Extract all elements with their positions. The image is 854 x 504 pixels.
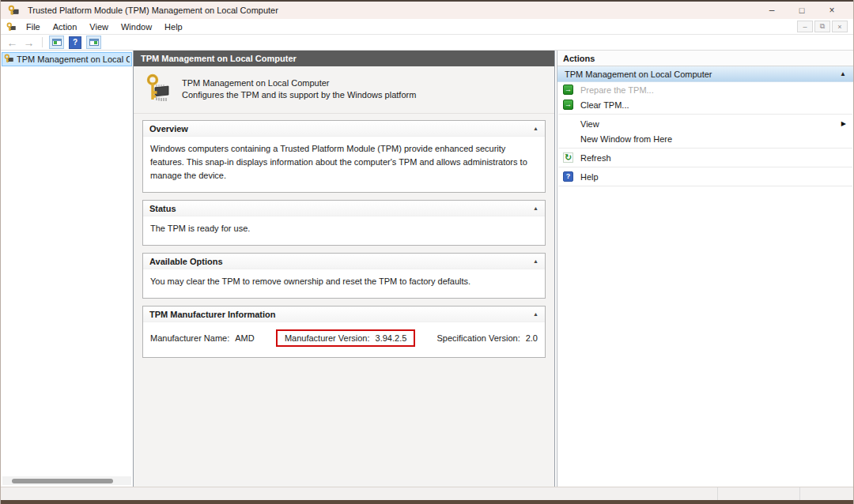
field-value: 3.94.2.5 [376,333,407,343]
section-available-options-body: You may clear the TPM to remove ownershi… [143,269,545,298]
show-action-pane-button[interactable] [86,36,101,49]
section-status-body: The TPM is ready for use. [143,216,545,245]
window-title: Trusted Platform Module (TPM) Management… [28,6,278,15]
action-help[interactable]: ? Help [557,169,853,184]
action-view[interactable]: View ▶ [557,116,853,131]
section-title: TPM Manufacturer Information [149,310,276,319]
child-minimize-icon[interactable]: – [797,21,813,32]
section-available-options-header[interactable]: Available Options ▲ [143,254,545,269]
field-label: Manufacturer Version: [285,333,370,343]
section-overview-body: Windows computers containing a Trusted P… [143,137,545,192]
section-overview-header[interactable]: Overview ▲ [143,121,545,137]
intro-text: TPM Management on Local Computer Configu… [182,77,416,102]
actions-divider [558,186,852,186]
action-clear-tpm[interactable]: → Clear TPM... [557,97,853,112]
collapse-icon[interactable]: ▲ [533,126,538,131]
field-specification-version: Specification Version: 2.0 [437,333,538,343]
tree-key-icon [4,54,13,65]
title-bar: Trusted Platform Module (TPM) Management… [1,2,853,19]
intro-title: TPM Management on Local Computer [182,77,416,89]
actions-pane: Actions TPM Management on Local Computer… [557,51,853,487]
action-label: Prepare the TPM... [580,85,654,95]
action-label: View [580,119,599,129]
status-segment [799,487,853,500]
actions-pane-title: Actions [557,51,853,66]
section-manufacturer-info-header[interactable]: TPM Manufacturer Information ▲ [143,307,545,322]
section-status-header[interactable]: Status ▲ [143,201,545,216]
field-value: 2.0 [526,333,538,343]
action-label: Refresh [580,153,611,163]
console-tree-icon [52,39,62,46]
actions-divider [558,148,852,149]
window-bottom-edge [1,500,853,504]
console-tree-pane: TPM Management on Local Compu [1,51,134,487]
collapse-icon[interactable]: ▲ [533,311,538,317]
menu-window[interactable]: Window [115,21,158,33]
green-arrow-icon: → [563,85,573,95]
menu-help[interactable]: Help [158,21,189,33]
child-close-icon[interactable]: × [832,21,848,32]
tpm-key-icon [7,5,20,16]
menu-file[interactable]: File [20,21,47,33]
section-title: Overview [149,124,188,134]
section-overview: Overview ▲ Windows computers containing … [142,120,546,193]
submenu-arrow-icon: ▶ [841,120,846,127]
collapse-icon[interactable]: ▲ [533,205,538,211]
action-pane-icon [89,39,99,46]
forward-icon[interactable]: → [21,36,36,49]
actions-group-header[interactable]: TPM Management on Local Computer ▲ [557,66,853,82]
field-label: Manufacturer Name: [150,333,229,343]
collapse-icon[interactable]: ▲ [840,70,846,77]
action-label: New Window from Here [580,134,672,144]
status-segment [717,487,799,500]
sections-container: Overview ▲ Windows computers containing … [134,114,554,371]
field-manufacturer-name: Manufacturer Name: AMD [150,333,255,343]
green-arrow-icon: → [563,100,573,110]
toolbar-help-icon[interactable]: ? [69,36,81,49]
action-label: Help [580,172,599,182]
actions-divider [558,114,852,115]
tree-item-tpm-management[interactable]: TPM Management on Local Compu [2,52,132,66]
status-segment [1,487,717,500]
section-title: Status [149,204,176,213]
child-window-controls: – ⧉ × [797,21,849,32]
window-controls: – □ × [757,2,847,19]
menu-bar: File Action View Window Help – ⧉ × [1,19,853,35]
toolbar: ← → ? [1,35,853,51]
manufacturer-fields-row: Manufacturer Name: AMD Manufacturer Vers… [143,322,545,357]
maximize-button-icon[interactable]: □ [787,2,817,19]
minimize-button-icon[interactable]: – [757,2,787,19]
console-key-icon [5,22,17,32]
show-console-tree-button[interactable] [49,36,64,49]
action-prepare-tpm: → Prepare the TPM... [557,82,853,97]
results-pane-body: TPM Management on Local Computer Configu… [134,66,554,487]
actions-group-label: TPM Management on Local Computer [565,70,712,79]
actions-divider [558,167,852,167]
action-new-window[interactable]: New Window from Here [557,131,853,146]
field-value: AMD [235,333,254,343]
tpm-chip-key-icon [146,73,170,105]
tree-horizontal-scrollbar[interactable] [2,476,131,485]
child-restore-icon[interactable]: ⧉ [814,21,830,32]
mmc-window: Trusted Platform Module (TPM) Management… [0,0,854,504]
section-title: Available Options [149,257,223,266]
toolbar-divider [42,37,43,47]
main-area: TPM Management on Local Compu TPM Manage… [1,51,853,487]
field-manufacturer-version-highlighted: Manufacturer Version: 3.94.2.5 [276,329,415,347]
action-label: Clear TPM... [580,100,629,110]
intro-subtitle: Configures the TPM and its support by th… [182,89,416,101]
scrollbar-thumb[interactable] [12,479,113,483]
tree-item-label: TPM Management on Local Compu [17,55,130,64]
collapse-icon[interactable]: ▲ [533,258,538,264]
results-pane: TPM Management on Local Computer [134,51,555,487]
section-available-options: Available Options ▲ You may clear the TP… [142,253,546,299]
section-status: Status ▲ The TPM is ready for use. [142,200,546,246]
results-pane-header: TPM Management on Local Computer [134,51,554,66]
menu-view[interactable]: View [83,21,115,33]
snapin-intro: TPM Management on Local Computer Configu… [134,66,554,114]
menu-action[interactable]: Action [47,21,84,33]
close-button-icon[interactable]: × [817,2,847,19]
action-refresh[interactable]: ↻ Refresh [557,150,853,165]
section-manufacturer-info: TPM Manufacturer Information ▲ Manufactu… [142,306,546,358]
back-icon[interactable]: ← [5,36,20,49]
